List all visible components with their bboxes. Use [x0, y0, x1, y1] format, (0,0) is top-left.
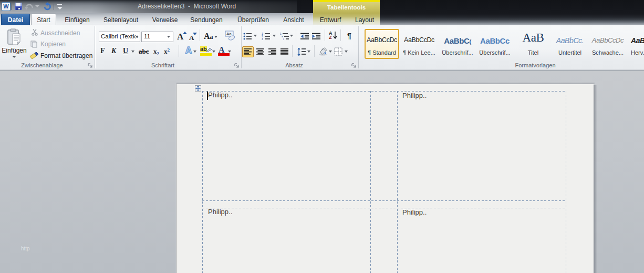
svg-text:3: 3: [262, 37, 263, 40]
svg-text:Aa: Aa: [226, 32, 232, 36]
svg-text:i: i: [283, 37, 284, 40]
svg-text:A: A: [185, 45, 192, 55]
